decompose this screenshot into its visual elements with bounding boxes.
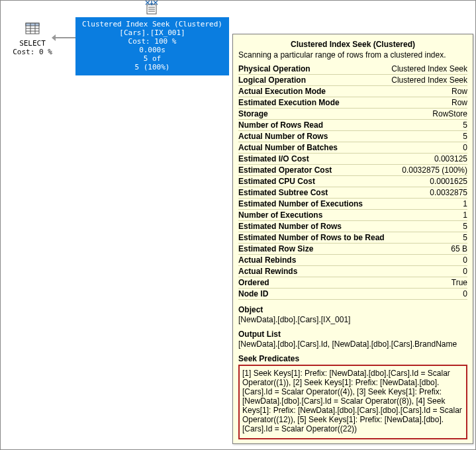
property-key: Node ID (238, 289, 389, 300)
property-value: 0 (389, 142, 467, 154)
property-row: Node ID0 (238, 289, 467, 300)
property-row: Logical OperationClustered Index Seek (238, 75, 467, 86)
property-value: 0.0001625 (389, 176, 467, 187)
object-value: [NewData].[dbo].[Cars].[IX_001] (238, 315, 467, 324)
property-value: Row (389, 86, 467, 97)
property-key: Number of Executions (238, 210, 389, 221)
property-key: Actual Rebinds (238, 255, 389, 266)
property-row: Actual Number of Batches0 (238, 142, 467, 154)
seek-rows-of-line: 5 of (75, 54, 229, 63)
property-row: Estimated Number of Rows to be Read5 (238, 232, 467, 244)
property-key: Storage (238, 109, 389, 120)
property-key: Estimated Row Size (238, 244, 389, 255)
object-heading: Object (238, 305, 467, 314)
property-key: Estimated Operator Cost (238, 165, 389, 176)
property-row: Estimated Number of Executions1 (238, 199, 467, 210)
property-row: Actual Rebinds0 (238, 255, 467, 266)
property-value: 0 (389, 289, 467, 300)
property-value: 5 (389, 232, 467, 244)
property-row: OrderedTrue (238, 277, 467, 289)
seek-predicates-value: [1] Seek Keys[1]: Prefix: [NewData].[dbo… (242, 369, 463, 433)
output-list-value: [NewData].[dbo].[Cars].Id, [NewData].[db… (238, 339, 467, 349)
select-label: SELECT (13, 39, 52, 48)
property-value: 0 (389, 266, 467, 277)
property-row: Estimated Number of Rows5 (238, 221, 467, 232)
property-key: Actual Number of Rows (238, 131, 389, 142)
plan-connector (52, 37, 75, 38)
property-row: Estimated Operator Cost0.0032875 (100%) (238, 165, 467, 176)
tooltip-properties-table: Physical OperationClustered Index SeekLo… (238, 64, 467, 300)
seek-cost-line: Cost: 100 % (75, 37, 229, 46)
property-value: Row (389, 97, 467, 109)
property-row: Estimated Execution ModeRow (238, 97, 467, 109)
property-key: Estimated Subtree Cost (238, 187, 389, 199)
property-value: 5 (389, 131, 467, 142)
seek-rows-total-line: 5 (100%) (75, 63, 229, 71)
property-key: Estimated Number of Rows (238, 221, 389, 232)
property-row: Number of Executions1 (238, 210, 467, 221)
property-value: 5 (389, 120, 467, 131)
property-key: Estimated Number of Rows to be Read (238, 232, 389, 244)
property-value: 0.003125 (389, 154, 467, 165)
property-value: 0.0032875 (100%) (389, 165, 467, 176)
property-row: StorageRowStore (238, 109, 467, 120)
seek-predicates-highlight: [1] Seek Keys[1]: Prefix: [NewData].[dbo… (238, 365, 467, 439)
index-seek-icon (143, 1, 160, 17)
property-row: Estimated I/O Cost0.003125 (238, 154, 467, 165)
select-result-icon (24, 21, 40, 36)
property-key: Actual Rewinds (238, 266, 389, 277)
property-value: 65 B (389, 244, 467, 255)
property-key: Ordered (238, 277, 389, 289)
property-key: Estimated I/O Cost (238, 154, 389, 165)
seek-title-line: Clustered Index Seek (Clustered) (75, 20, 229, 28)
property-row: Actual Execution ModeRow (238, 86, 467, 97)
property-value: 1 (389, 210, 467, 221)
property-key: Logical Operation (238, 75, 389, 86)
property-value: 0.0032875 (389, 187, 467, 199)
operator-tooltip: Clustered Index Seek (Clustered) Scannin… (232, 34, 473, 444)
seek-predicates-heading: Seek Predicates (238, 354, 467, 363)
property-row: Actual Number of Rows5 (238, 131, 467, 142)
property-value: 5 (389, 221, 467, 232)
seek-time-line: 0.000s (75, 46, 229, 54)
property-row: Estimated CPU Cost0.0001625 (238, 176, 467, 187)
property-key: Estimated CPU Cost (238, 176, 389, 187)
property-value: 1 (389, 199, 467, 210)
property-key: Number of Rows Read (238, 120, 389, 131)
property-key: Actual Number of Batches (238, 142, 389, 154)
property-value: RowStore (389, 109, 467, 120)
clustered-index-seek-node[interactable]: Clustered Index Seek (Clustered) [Cars].… (75, 17, 229, 75)
output-list-heading: Output List (238, 330, 467, 339)
property-row: Estimated Subtree Cost0.0032875 (238, 187, 467, 199)
property-row: Physical OperationClustered Index Seek (238, 64, 467, 75)
property-value: Clustered Index Seek (389, 75, 467, 86)
property-key: Actual Execution Mode (238, 86, 389, 97)
property-value: True (389, 277, 467, 289)
property-key: Physical Operation (238, 64, 389, 75)
property-key: Estimated Number of Executions (238, 199, 389, 210)
property-value: 0 (389, 255, 467, 266)
seek-index-line: [Cars].[IX_001] (75, 28, 229, 37)
property-row: Actual Rewinds0 (238, 266, 467, 277)
property-row: Estimated Row Size65 B (238, 244, 467, 255)
property-row: Number of Rows Read5 (238, 120, 467, 131)
tooltip-description: Scanning a particular range of rows from… (238, 50, 467, 60)
svg-rect-5 (26, 23, 39, 26)
property-value: Clustered Index Seek (389, 64, 467, 75)
select-operator-node[interactable]: SELECT Cost: 0 % (13, 21, 52, 56)
tooltip-title: Clustered Index Seek (Clustered) (238, 40, 467, 49)
select-cost: Cost: 0 % (13, 48, 52, 56)
property-key: Estimated Execution Mode (238, 97, 389, 109)
